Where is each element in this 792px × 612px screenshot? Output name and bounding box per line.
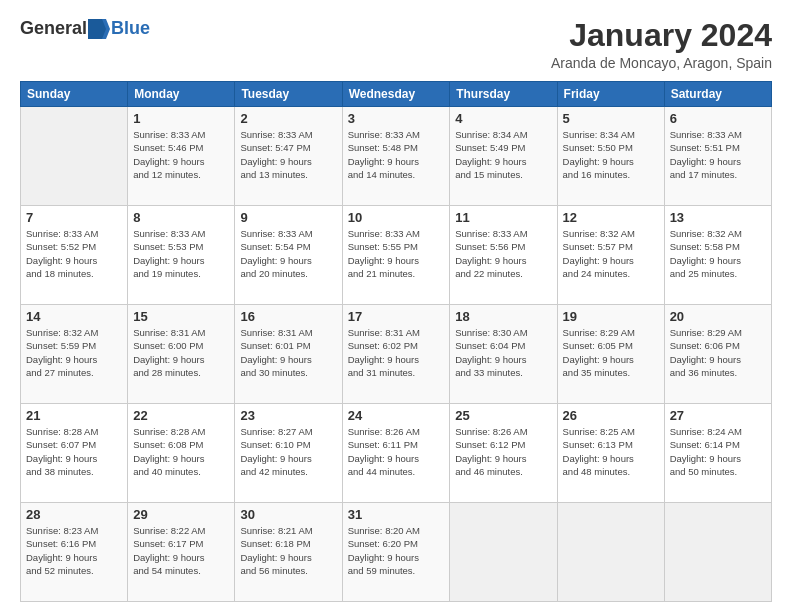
day-cell: 26Sunrise: 8:25 AMSunset: 6:13 PMDayligh… [557,404,664,503]
day-info: Sunrise: 8:31 AMSunset: 6:02 PMDaylight:… [348,326,445,379]
day-number: 24 [348,408,445,423]
day-number: 3 [348,111,445,126]
day-info: Sunrise: 8:24 AMSunset: 6:14 PMDaylight:… [670,425,766,478]
day-number: 10 [348,210,445,225]
day-number: 13 [670,210,766,225]
calendar-title: January 2024 [551,18,772,53]
day-cell: 20Sunrise: 8:29 AMSunset: 6:06 PMDayligh… [664,305,771,404]
day-info: Sunrise: 8:26 AMSunset: 6:12 PMDaylight:… [455,425,551,478]
day-number: 22 [133,408,229,423]
day-number: 26 [563,408,659,423]
day-cell: 18Sunrise: 8:30 AMSunset: 6:04 PMDayligh… [450,305,557,404]
day-cell [450,503,557,602]
day-info: Sunrise: 8:32 AMSunset: 5:57 PMDaylight:… [563,227,659,280]
day-info: Sunrise: 8:29 AMSunset: 6:06 PMDaylight:… [670,326,766,379]
day-cell: 19Sunrise: 8:29 AMSunset: 6:05 PMDayligh… [557,305,664,404]
day-cell: 17Sunrise: 8:31 AMSunset: 6:02 PMDayligh… [342,305,450,404]
logo-blue: Blue [111,18,150,39]
day-number: 12 [563,210,659,225]
day-cell: 29Sunrise: 8:22 AMSunset: 6:17 PMDayligh… [128,503,235,602]
day-cell: 11Sunrise: 8:33 AMSunset: 5:56 PMDayligh… [450,206,557,305]
day-number: 19 [563,309,659,324]
day-info: Sunrise: 8:32 AMSunset: 5:59 PMDaylight:… [26,326,122,379]
day-number: 31 [348,507,445,522]
day-info: Sunrise: 8:33 AMSunset: 5:53 PMDaylight:… [133,227,229,280]
day-cell: 1Sunrise: 8:33 AMSunset: 5:46 PMDaylight… [128,107,235,206]
day-info: Sunrise: 8:31 AMSunset: 6:01 PMDaylight:… [240,326,336,379]
day-cell [664,503,771,602]
day-cell: 23Sunrise: 8:27 AMSunset: 6:10 PMDayligh… [235,404,342,503]
day-info: Sunrise: 8:21 AMSunset: 6:18 PMDaylight:… [240,524,336,577]
logo-text: General Blue [20,18,150,39]
day-number: 21 [26,408,122,423]
day-info: Sunrise: 8:33 AMSunset: 5:55 PMDaylight:… [348,227,445,280]
day-number: 8 [133,210,229,225]
day-cell: 12Sunrise: 8:32 AMSunset: 5:57 PMDayligh… [557,206,664,305]
week-row-4: 21Sunrise: 8:28 AMSunset: 6:07 PMDayligh… [21,404,772,503]
header: General Blue January 2024 Aranda de Monc… [20,18,772,71]
day-number: 4 [455,111,551,126]
header-cell-thursday: Thursday [450,82,557,107]
day-info: Sunrise: 8:33 AMSunset: 5:47 PMDaylight:… [240,128,336,181]
week-row-5: 28Sunrise: 8:23 AMSunset: 6:16 PMDayligh… [21,503,772,602]
header-cell-wednesday: Wednesday [342,82,450,107]
day-info: Sunrise: 8:28 AMSunset: 6:07 PMDaylight:… [26,425,122,478]
day-cell: 2Sunrise: 8:33 AMSunset: 5:47 PMDaylight… [235,107,342,206]
day-number: 30 [240,507,336,522]
day-info: Sunrise: 8:30 AMSunset: 6:04 PMDaylight:… [455,326,551,379]
day-info: Sunrise: 8:32 AMSunset: 5:58 PMDaylight:… [670,227,766,280]
day-number: 5 [563,111,659,126]
day-info: Sunrise: 8:33 AMSunset: 5:46 PMDaylight:… [133,128,229,181]
day-number: 14 [26,309,122,324]
week-row-1: 1Sunrise: 8:33 AMSunset: 5:46 PMDaylight… [21,107,772,206]
day-cell: 21Sunrise: 8:28 AMSunset: 6:07 PMDayligh… [21,404,128,503]
day-number: 27 [670,408,766,423]
day-cell: 13Sunrise: 8:32 AMSunset: 5:58 PMDayligh… [664,206,771,305]
day-info: Sunrise: 8:29 AMSunset: 6:05 PMDaylight:… [563,326,659,379]
day-cell: 4Sunrise: 8:34 AMSunset: 5:49 PMDaylight… [450,107,557,206]
day-info: Sunrise: 8:34 AMSunset: 5:49 PMDaylight:… [455,128,551,181]
day-cell: 7Sunrise: 8:33 AMSunset: 5:52 PMDaylight… [21,206,128,305]
logo-general: General [20,18,87,39]
header-cell-sunday: Sunday [21,82,128,107]
day-info: Sunrise: 8:25 AMSunset: 6:13 PMDaylight:… [563,425,659,478]
day-cell: 28Sunrise: 8:23 AMSunset: 6:16 PMDayligh… [21,503,128,602]
day-cell: 6Sunrise: 8:33 AMSunset: 5:51 PMDaylight… [664,107,771,206]
day-cell: 25Sunrise: 8:26 AMSunset: 6:12 PMDayligh… [450,404,557,503]
calendar-subtitle: Aranda de Moncayo, Aragon, Spain [551,55,772,71]
day-info: Sunrise: 8:33 AMSunset: 5:56 PMDaylight:… [455,227,551,280]
day-cell: 8Sunrise: 8:33 AMSunset: 5:53 PMDaylight… [128,206,235,305]
day-info: Sunrise: 8:22 AMSunset: 6:17 PMDaylight:… [133,524,229,577]
day-number: 16 [240,309,336,324]
day-info: Sunrise: 8:31 AMSunset: 6:00 PMDaylight:… [133,326,229,379]
week-row-2: 7Sunrise: 8:33 AMSunset: 5:52 PMDaylight… [21,206,772,305]
day-number: 17 [348,309,445,324]
day-number: 2 [240,111,336,126]
day-cell: 16Sunrise: 8:31 AMSunset: 6:01 PMDayligh… [235,305,342,404]
day-cell: 27Sunrise: 8:24 AMSunset: 6:14 PMDayligh… [664,404,771,503]
logo: General Blue [20,18,150,39]
day-number: 1 [133,111,229,126]
header-cell-saturday: Saturday [664,82,771,107]
day-number: 23 [240,408,336,423]
day-number: 28 [26,507,122,522]
day-info: Sunrise: 8:33 AMSunset: 5:48 PMDaylight:… [348,128,445,181]
day-info: Sunrise: 8:20 AMSunset: 6:20 PMDaylight:… [348,524,445,577]
logo-flag-icon [88,19,110,39]
day-cell: 14Sunrise: 8:32 AMSunset: 5:59 PMDayligh… [21,305,128,404]
day-info: Sunrise: 8:27 AMSunset: 6:10 PMDaylight:… [240,425,336,478]
day-cell: 15Sunrise: 8:31 AMSunset: 6:00 PMDayligh… [128,305,235,404]
day-cell: 30Sunrise: 8:21 AMSunset: 6:18 PMDayligh… [235,503,342,602]
day-cell: 9Sunrise: 8:33 AMSunset: 5:54 PMDaylight… [235,206,342,305]
day-cell: 10Sunrise: 8:33 AMSunset: 5:55 PMDayligh… [342,206,450,305]
day-number: 7 [26,210,122,225]
day-cell: 31Sunrise: 8:20 AMSunset: 6:20 PMDayligh… [342,503,450,602]
day-number: 20 [670,309,766,324]
header-cell-monday: Monday [128,82,235,107]
day-number: 9 [240,210,336,225]
header-row: SundayMondayTuesdayWednesdayThursdayFrid… [21,82,772,107]
week-row-3: 14Sunrise: 8:32 AMSunset: 5:59 PMDayligh… [21,305,772,404]
day-info: Sunrise: 8:34 AMSunset: 5:50 PMDaylight:… [563,128,659,181]
day-info: Sunrise: 8:26 AMSunset: 6:11 PMDaylight:… [348,425,445,478]
day-cell: 5Sunrise: 8:34 AMSunset: 5:50 PMDaylight… [557,107,664,206]
